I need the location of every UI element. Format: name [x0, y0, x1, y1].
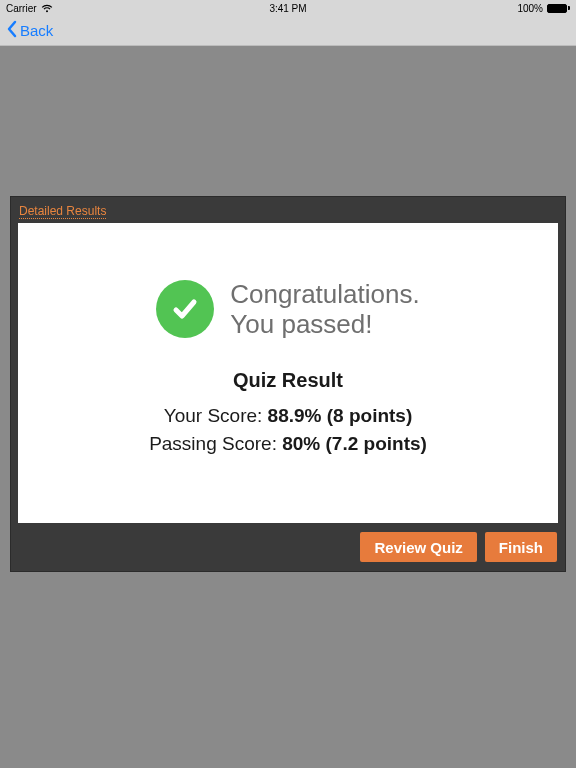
result-title: Quiz Result: [149, 369, 427, 392]
passing-score-line: Passing Score: 80% (7.2 points): [149, 430, 427, 458]
congrats-text: Congratulations. You passed!: [230, 279, 419, 339]
checkmark-icon: [156, 280, 214, 338]
congrats-line2: You passed!: [230, 309, 419, 339]
detailed-results-link[interactable]: Detailed Results: [19, 204, 106, 219]
your-score-line: Your Score: 88.9% (8 points): [149, 402, 427, 430]
congrats-row: Congratulations. You passed!: [156, 279, 419, 339]
quiz-result-panel: Detailed Results Congratulations. You pa…: [10, 196, 566, 572]
panel-header: Detailed Results: [11, 197, 565, 219]
status-bar: Carrier 3:41 PM 100%: [0, 0, 576, 16]
back-label: Back: [20, 22, 53, 39]
carrier-label: Carrier: [6, 3, 37, 14]
review-quiz-button[interactable]: Review Quiz: [360, 532, 476, 562]
passing-score-label: Passing Score:: [149, 433, 282, 454]
nav-bar: Back: [0, 16, 576, 46]
status-right: 100%: [517, 3, 570, 14]
congrats-line1: Congratulations.: [230, 279, 419, 309]
panel-body: Congratulations. You passed! Quiz Result…: [18, 223, 558, 523]
finish-button[interactable]: Finish: [485, 532, 557, 562]
battery-icon: [547, 4, 570, 13]
your-score-value: 88.9% (8 points): [268, 405, 413, 426]
your-score-label: Your Score:: [164, 405, 268, 426]
chevron-left-icon: [6, 20, 18, 41]
wifi-icon: [41, 4, 53, 13]
status-time: 3:41 PM: [269, 3, 306, 14]
back-button[interactable]: Back: [6, 20, 53, 41]
panel-footer: Review Quiz Finish: [11, 523, 565, 571]
passing-score-value: 80% (7.2 points): [282, 433, 427, 454]
result-block: Quiz Result Your Score: 88.9% (8 points)…: [149, 369, 427, 458]
battery-percent: 100%: [517, 3, 543, 14]
status-left: Carrier: [6, 3, 53, 14]
